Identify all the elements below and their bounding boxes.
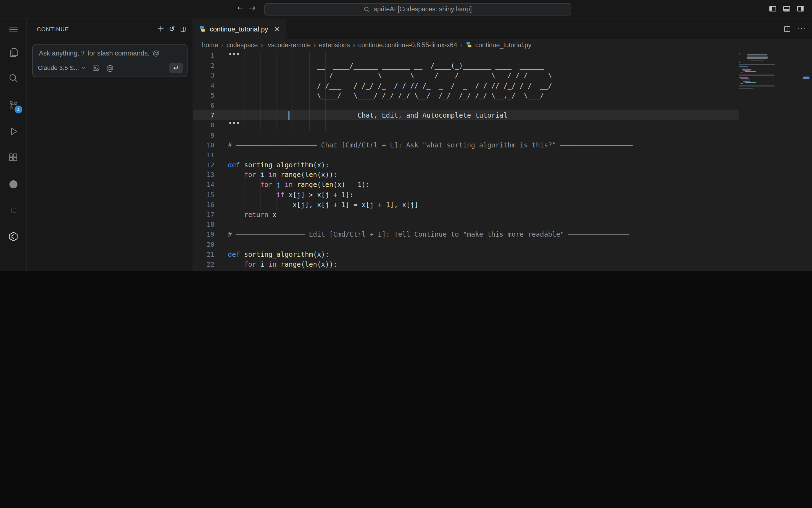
chevron-right-icon: › bbox=[261, 41, 263, 48]
title-bar: ← → spriteAI [Codespaces: shiny lamp] bbox=[0, 0, 812, 19]
search-sidebar-icon[interactable] bbox=[0, 68, 27, 89]
chevron-down-icon bbox=[81, 65, 86, 71]
breadcrumb-item[interactable]: home bbox=[202, 41, 218, 48]
editor-more-icon[interactable]: ··· bbox=[798, 25, 806, 33]
maximize-panel-icon[interactable] bbox=[180, 26, 187, 32]
editor-area: continue_tutorial.py × ··· home › codesp… bbox=[193, 19, 812, 271]
command-center-text: spriteAI [Codespaces: shiny lamp] bbox=[374, 6, 472, 13]
toggle-panel-icon[interactable] bbox=[782, 5, 791, 13]
run-debug-icon[interactable] bbox=[0, 121, 27, 142]
extensions-icon[interactable] bbox=[0, 147, 27, 168]
toggle-sidebar-icon[interactable] bbox=[769, 5, 777, 13]
code-editor[interactable]: 1234567891011121314151617181920212223242… bbox=[193, 51, 812, 271]
explorer-icon[interactable] bbox=[0, 43, 27, 63]
tab-continue-tutorial[interactable]: continue_tutorial.py × bbox=[193, 19, 286, 39]
chevron-right-icon: › bbox=[460, 41, 462, 48]
minimap-content bbox=[739, 53, 801, 89]
breadcrumb-item[interactable]: codespace bbox=[227, 41, 258, 48]
split-editor-icon[interactable] bbox=[783, 25, 791, 33]
chevron-right-icon: › bbox=[314, 41, 316, 48]
tab-bar: continue_tutorial.py × ··· bbox=[193, 19, 812, 39]
nav-forward-icon[interactable]: → bbox=[249, 4, 255, 12]
vscode-window: ← → spriteAI [Codespaces: shiny lamp] bbox=[0, 0, 812, 271]
breadcrumb-item[interactable]: .vscode-remote bbox=[266, 41, 311, 48]
history-icon[interactable]: ↺ bbox=[169, 26, 175, 33]
chat-input-placeholder: Ask anything, '/' for slash commands, '@ bbox=[39, 49, 160, 57]
python-file-icon bbox=[465, 41, 472, 48]
activity-bar: 4 ⚙ bbox=[0, 19, 27, 271]
chevron-right-icon: › bbox=[353, 41, 355, 48]
send-button[interactable]: ↵ bbox=[169, 63, 183, 73]
new-session-icon[interactable]: + bbox=[157, 25, 164, 33]
tab-label: continue_tutorial.py bbox=[210, 25, 268, 33]
python-file-icon bbox=[199, 26, 206, 33]
command-center-search[interactable]: spriteAI [Codespaces: shiny lamp] bbox=[264, 3, 571, 15]
minimap[interactable] bbox=[739, 51, 801, 271]
attach-image-icon[interactable] bbox=[92, 64, 100, 72]
nav-back-icon[interactable]: ← bbox=[237, 4, 244, 12]
text-cursor bbox=[289, 111, 290, 120]
sidebar-title: CONTINUE bbox=[37, 26, 157, 32]
model-selector[interactable]: Claude 3.5 S... bbox=[38, 64, 86, 72]
gutter[interactable]: 1234567891011121314151617181920212223242… bbox=[193, 51, 214, 271]
continue-sidebar: CONTINUE + ↺ Ask anything, '/' for slash… bbox=[27, 19, 193, 271]
tab-close-icon[interactable]: × bbox=[274, 24, 280, 34]
mention-icon[interactable]: @ bbox=[106, 64, 114, 72]
overview-ruler-cursor-marker bbox=[803, 77, 810, 79]
chevron-right-icon: › bbox=[221, 41, 224, 48]
breadcrumb-item[interactable]: continue.continue-0.8.55-linux-x64 bbox=[358, 41, 457, 48]
toggle-secondary-sidebar-icon[interactable] bbox=[797, 5, 805, 13]
source-control-icon[interactable]: 4 bbox=[0, 95, 27, 115]
extension-misc-icon[interactable] bbox=[0, 200, 27, 221]
breadcrumb-item[interactable]: extensions bbox=[319, 41, 350, 48]
source-control-badge: 4 bbox=[15, 106, 23, 114]
continue-extension-icon[interactable] bbox=[0, 226, 27, 247]
breadcrumb: home › codespace › .vscode-remote › exte… bbox=[193, 39, 812, 51]
search-icon bbox=[363, 6, 370, 13]
menu-icon[interactable] bbox=[0, 19, 27, 40]
chat-input[interactable]: Ask anything, '/' for slash commands, '@… bbox=[32, 44, 188, 77]
code-lines: """ __ ____/______ _______ __ /____(_)__… bbox=[228, 51, 633, 271]
breadcrumb-item-file[interactable]: continue_tutorial.py bbox=[475, 41, 531, 48]
github-icon[interactable] bbox=[0, 174, 27, 195]
